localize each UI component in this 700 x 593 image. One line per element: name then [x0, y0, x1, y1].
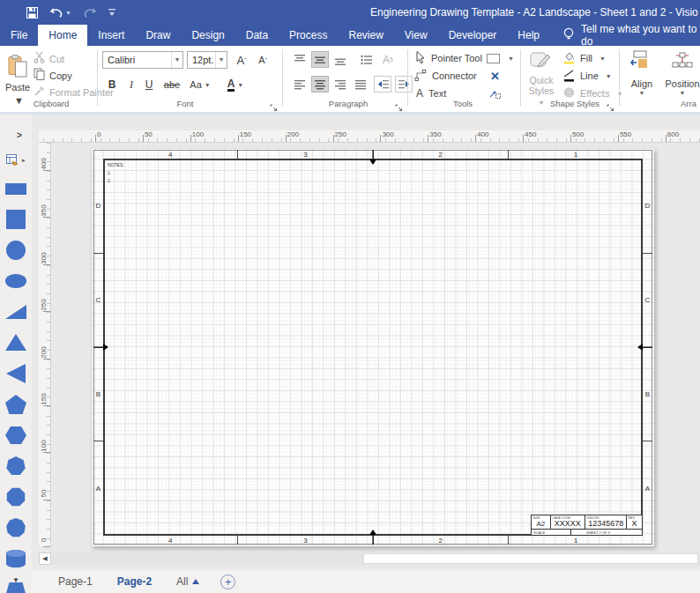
ribbon-tab-developer[interactable]: Developer	[438, 25, 508, 46]
zone-label-right-B: B	[643, 347, 652, 441]
shape-thumb-square[interactable]	[4, 209, 27, 233]
scroll-left-arrow[interactable]: ◀	[39, 552, 51, 565]
align-bottom-button[interactable]	[331, 51, 349, 68]
shape-thumb-triangle[interactable]	[4, 332, 27, 357]
strikethrough-button[interactable]: abe	[160, 75, 183, 94]
title-block[interactable]: SIZEA2CAGE CODEXXXXXDWG NO12345678REVX S…	[531, 515, 643, 536]
drawing-page[interactable]: 4321 4321 DCBA DCBA NOTES: 1.2. SIZEA2CA…	[92, 148, 654, 546]
horizontal-scrollbar-thumb[interactable]	[363, 553, 698, 564]
fill-button[interactable]: Fill▼	[562, 50, 606, 66]
save-icon[interactable]	[26, 7, 38, 19]
underline-button[interactable]: U	[141, 75, 157, 94]
ribbon-tab-design[interactable]: Design	[181, 25, 235, 46]
add-page-button[interactable]: +	[220, 574, 235, 589]
cut-label: Cut	[49, 54, 64, 64]
font-family-combobox[interactable]: Calibri▼	[102, 51, 183, 69]
shape-thumb-right-triangle[interactable]	[4, 301, 27, 326]
ribbon-tab-view[interactable]: View	[394, 25, 438, 46]
paste-button[interactable]: Paste ▼	[4, 49, 32, 104]
align-right-button[interactable]	[331, 76, 349, 93]
ribbon-tab-help[interactable]: Help	[507, 25, 550, 46]
pointer-tool-button[interactable]: Pointer Tool	[416, 50, 482, 66]
shape-thumb-cylinder[interactable]	[4, 548, 27, 573]
connection-point-x-icon[interactable]: ✕	[490, 68, 500, 84]
shape-thumb-heptagon[interactable]	[4, 456, 27, 480]
hruler-tick	[475, 135, 476, 142]
connector-button[interactable]: Connector	[414, 68, 477, 84]
vruler-number: 50	[40, 485, 48, 502]
shape-thumb-octagon[interactable]	[4, 486, 27, 511]
quick-styles-button[interactable]: Quick Styles ▼	[525, 50, 557, 103]
hruler-tick	[238, 135, 239, 142]
shape-thumb-nonagon[interactable]	[4, 517, 27, 542]
justify-button[interactable]	[352, 76, 369, 93]
redo-button[interactable]	[84, 7, 96, 19]
drawing-canvas-area[interactable]: 050100150200250300350400450500550600 400…	[32, 115, 700, 570]
ribbon-tab-file[interactable]: File	[0, 25, 38, 46]
tell-me-box[interactable]: Tell me what you want to do	[562, 25, 700, 46]
text-block-tool-button[interactable]	[488, 85, 501, 101]
customize-qat-icon[interactable]	[108, 7, 115, 18]
zone-label-right-D: D	[643, 159, 652, 253]
font-color-button[interactable]: A▼	[222, 75, 249, 94]
copy-button[interactable]: Copy	[34, 67, 114, 84]
ribbon-tab-home[interactable]: Home	[38, 25, 87, 46]
expand-shapes-chevron[interactable]: >	[17, 130, 22, 140]
font-dialog-launcher-icon[interactable]	[270, 100, 279, 108]
increase-indent-button[interactable]	[395, 76, 413, 93]
superscript-button[interactable]: A5	[379, 51, 397, 68]
zone-label-top-1: 1	[508, 150, 643, 159]
undo-button[interactable]: ▼	[50, 7, 71, 19]
font-size-combobox[interactable]: 12pt.▼	[187, 51, 227, 69]
paragraph-dialog-launcher-icon[interactable]	[395, 100, 404, 108]
title-block-cell-value: X	[632, 519, 637, 529]
rectangle-tool-button[interactable]: ▼	[487, 50, 514, 66]
notes-block[interactable]: NOTES: 1.2.	[108, 162, 124, 183]
grow-font-button[interactable]: Aˆ	[233, 50, 250, 70]
font-group-label: Font	[159, 99, 212, 108]
title-block-cell-label: DWG NO	[587, 516, 600, 520]
align-center-button[interactable]	[311, 76, 329, 93]
title-block-cell-size: SIZEA2	[532, 515, 551, 529]
align-left-button[interactable]	[291, 76, 309, 93]
undo-dropdown-icon[interactable]: ▼	[65, 10, 71, 16]
quick-access-toolbar: ▼	[26, 7, 115, 19]
shape-thumb-ellipse[interactable]	[4, 271, 27, 295]
shape-thumb-circle[interactable]	[4, 240, 27, 264]
stencil-icon[interactable]: ▸	[6, 154, 26, 167]
align-middle-button[interactable]	[311, 51, 329, 68]
shape-thumb-hexagon[interactable]	[4, 425, 27, 449]
hruler-number: 150	[240, 130, 251, 138]
page-tab-page-2[interactable]: Page-2	[105, 570, 164, 593]
shape-thumb-rectangle[interactable]	[4, 178, 27, 203]
bullet-list-button[interactable]	[357, 51, 375, 68]
shape-thumb-left-triangle[interactable]	[4, 363, 27, 388]
position-icon	[671, 50, 694, 75]
hruler-number: 600	[667, 130, 679, 138]
ribbon-tab-data[interactable]: Data	[235, 25, 279, 46]
fill-label: Fill	[580, 53, 592, 63]
shapes-scroll-down-icon[interactable]: ▼	[12, 576, 19, 584]
vruler-number: 150	[40, 390, 48, 408]
shape-styles-dialog-launcher-icon[interactable]	[607, 100, 615, 108]
align-button[interactable]: Align ▼	[622, 50, 661, 105]
page-tab-page-1[interactable]: Page-1	[46, 570, 105, 593]
title-block-sheet-label: SHEET 2 OF X	[586, 530, 610, 535]
italic-button[interactable]: I	[123, 75, 139, 94]
bold-button[interactable]: B	[104, 75, 120, 94]
title-block-cell-dwg-no: DWG NO12345678	[585, 515, 627, 529]
position-button[interactable]: Position ▼	[663, 50, 700, 105]
vruler-number: 350	[40, 202, 48, 219]
shape-thumb-pentagon[interactable]	[4, 394, 27, 419]
ribbon-tab-draw[interactable]: Draw	[135, 25, 181, 46]
line-button[interactable]: Line▼	[562, 68, 612, 84]
change-case-button[interactable]: Aa▼	[187, 75, 213, 94]
align-top-button[interactable]	[291, 51, 309, 68]
all-pages-button[interactable]: All	[168, 575, 208, 588]
ribbon-tab-review[interactable]: Review	[338, 25, 393, 46]
notes-item: 2.	[108, 179, 124, 183]
decrease-indent-button[interactable]	[374, 76, 391, 93]
ribbon-tab-insert[interactable]: Insert	[87, 25, 135, 46]
shrink-font-button[interactable]: Aˇ	[254, 50, 272, 70]
ribbon-tab-process[interactable]: Process	[279, 25, 338, 46]
